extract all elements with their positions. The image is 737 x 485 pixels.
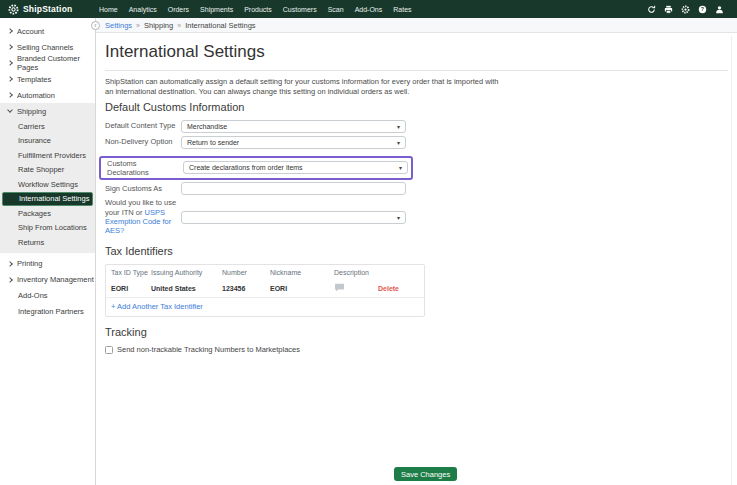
sidebar-item-label: Returns — [18, 238, 44, 247]
default-content-type-select[interactable]: Merchandise ▾ — [181, 120, 406, 133]
top-icon-group: ? — [647, 5, 737, 14]
field-label: Customs Declarations — [107, 159, 183, 178]
sidebar-item-returns[interactable]: Returns — [0, 235, 95, 250]
table-row: EORI United States 123456 EORI Delete — [106, 279, 424, 299]
refresh-icon[interactable] — [647, 5, 656, 14]
nav-analytics[interactable]: Analytics — [129, 6, 157, 13]
sidebar-item-ship-from-locations[interactable]: Ship From Locations — [0, 221, 95, 236]
sidebar-item-label: Selling Channels — [17, 43, 73, 52]
field-label: Sign Customs As — [105, 184, 181, 193]
sidebar-item-label: Shipping — [17, 107, 46, 116]
cell-description — [334, 283, 378, 294]
field-default-content-type: Default Content Type Merchandise ▾ — [105, 120, 728, 133]
sidebar-item-packages[interactable]: Packages — [0, 206, 95, 221]
caret-down-icon: ▾ — [397, 139, 400, 146]
tracking-checkbox-label[interactable]: Send non-trackable Tracking Numbers to M… — [117, 345, 300, 354]
top-menu: Home Analytics Orders Shipments Products… — [99, 6, 412, 13]
top-navigation-bar: ShipStation Home Analytics Orders Shipme… — [0, 0, 737, 18]
brand-name: ShipStation — [23, 4, 72, 14]
sidebar-item-workflow-settings[interactable]: Workflow Settings — [0, 177, 95, 192]
sidebar-item-label: Account — [17, 27, 44, 36]
sidebar-item-label: Workflow Settings — [18, 180, 78, 189]
chevron-right-icon — [7, 277, 13, 283]
chevron-right-icon — [7, 92, 13, 98]
select-value: Return to sender — [187, 139, 239, 146]
nav-home[interactable]: Home — [99, 6, 118, 13]
sidebar-item-templates[interactable]: Templates — [0, 71, 95, 87]
sidebar-item-fulfillment-providers[interactable]: Fulfillment Providers — [0, 148, 95, 163]
sidebar-item-insurance[interactable]: Insurance — [0, 134, 95, 149]
chevron-right-icon — [7, 28, 13, 34]
page-title: International Settings — [105, 42, 728, 71]
col-issuing-authority: Issuing Authority — [151, 269, 222, 276]
tax-section-heading: Tax Identifiers — [105, 245, 728, 257]
cell-tax-id-type: EORI — [111, 285, 151, 292]
sidebar-item-carriers[interactable]: Carriers — [0, 119, 95, 134]
nav-orders[interactable]: Orders — [168, 6, 189, 13]
tracking-section-heading: Tracking — [105, 326, 728, 338]
col-number: Number — [222, 269, 270, 276]
chevron-down-icon — [7, 107, 13, 113]
breadcrumb: ‹ Settings » Shipping » International Se… — [96, 18, 737, 33]
sidebar-item-selling-channels[interactable]: Selling Channels — [0, 39, 95, 55]
shipstation-gear-icon — [8, 4, 19, 15]
shipstation-logo[interactable]: ShipStation — [0, 4, 99, 15]
sidebar-collapse-toggle[interactable]: ‹ — [91, 21, 100, 30]
sidebar-item-printing[interactable]: Printing — [0, 256, 95, 272]
main-panel: International Settings ShipStation can a… — [96, 33, 737, 354]
field-label: Default Content Type — [105, 121, 181, 130]
sidebar-item-label: Fulfillment Providers — [18, 151, 86, 160]
svg-text:?: ? — [701, 6, 704, 12]
breadcrumb-separator: » — [136, 22, 140, 29]
breadcrumb-settings[interactable]: Settings — [105, 21, 132, 30]
field-label: Non-Delivery Option — [105, 137, 181, 146]
nav-add-ons[interactable]: Add-Ons — [355, 6, 383, 13]
sidebar-item-shipping[interactable]: Shipping — [0, 103, 95, 119]
sidebar-item-label: Carriers — [18, 122, 45, 131]
sidebar-item-integration-partners[interactable]: Integration Partners — [0, 304, 95, 320]
sidebar-item-inventory-management[interactable]: Inventory Management — [0, 272, 95, 288]
breadcrumb-shipping[interactable]: Shipping — [144, 21, 173, 30]
sidebar-item-international-settings[interactable]: International Settings — [2, 192, 93, 207]
sidebar-item-label: Integration Partners — [18, 307, 84, 316]
nav-shipments[interactable]: Shipments — [200, 6, 233, 13]
add-tax-identifier-link[interactable]: + Add Another Tax Identifier — [106, 298, 424, 316]
scrollbar-track[interactable] — [731, 36, 737, 485]
sidebar-item-branded-customer-pages[interactable]: Branded Customer Pages — [0, 55, 95, 71]
cell-issuing-authority: United States — [151, 285, 222, 292]
nav-products[interactable]: Products — [244, 6, 272, 13]
non-delivery-option-select[interactable]: Return to sender ▾ — [181, 136, 406, 149]
sidebar-item-label: Printing — [17, 259, 42, 268]
sidebar-item-label: Templates — [17, 75, 51, 84]
printer-icon[interactable] — [664, 5, 673, 14]
field-itn-exemption: Would you like to use your ITN or USPS E… — [105, 198, 728, 236]
chevron-right-icon — [7, 76, 13, 82]
nav-customers[interactable]: Customers — [283, 6, 317, 13]
col-tax-id-type: Tax ID Type — [111, 269, 151, 276]
user-icon[interactable] — [715, 5, 724, 14]
chevron-right-icon — [7, 261, 13, 267]
nav-scan[interactable]: Scan — [328, 6, 344, 13]
customs-declarations-select[interactable]: Create declarations from order items ▾ — [183, 161, 408, 174]
tracking-checkbox-row: Send non-trackable Tracking Numbers to M… — [105, 345, 728, 354]
sidebar-item-label: Automation — [17, 91, 55, 100]
field-customs-declarations: Customs Declarations Create declarations… — [107, 159, 408, 178]
itn-exemption-select[interactable]: ▾ — [181, 211, 406, 224]
delete-tax-identifier-link[interactable]: Delete — [378, 285, 419, 292]
tax-identifiers-table: Tax ID Type Issuing Authority Number Nic… — [105, 264, 425, 318]
breadcrumb-separator: » — [177, 22, 181, 29]
sidebar-item-rate-shopper[interactable]: Rate Shopper — [0, 163, 95, 178]
sign-customs-as-input[interactable] — [181, 182, 406, 195]
gear-icon[interactable] — [681, 5, 690, 14]
sidebar-item-label: Branded Customer Pages — [17, 54, 95, 72]
help-icon[interactable]: ? — [698, 5, 707, 14]
nav-rates[interactable]: Rates — [393, 6, 411, 13]
chevron-right-icon — [7, 44, 13, 50]
save-changes-button[interactable]: Save Changes — [394, 467, 457, 481]
customs-section-heading: Default Customs Information — [105, 101, 728, 113]
tracking-checkbox[interactable] — [105, 346, 113, 354]
sidebar-item-add-ons[interactable]: Add-Ons — [0, 288, 95, 304]
comment-icon[interactable] — [334, 283, 345, 292]
sidebar-item-account[interactable]: Account — [0, 23, 95, 39]
sidebar-item-automation[interactable]: Automation — [0, 87, 95, 103]
